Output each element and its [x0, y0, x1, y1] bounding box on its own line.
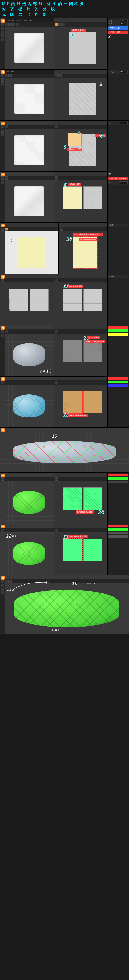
- tutorial-title: MD的只选内部线-外围的一圈不要 对 齐 板 片 的 外 线 克 隆 层 （ 外…: [0, 0, 129, 18]
- input-particle[interactable]: 20.0: [120, 71, 127, 73]
- pattern-right[interactable]: [30, 289, 49, 311]
- viewport-3d[interactable]: [5, 481, 54, 523]
- note-step13: 选择刚才做的: [88, 336, 100, 339]
- tool-l4[interactable]: [1, 38, 4, 41]
- menu-settings[interactable]: 系统: [29, 19, 32, 22]
- pillow-blue: [13, 395, 45, 418]
- tool-l2[interactable]: [1, 31, 4, 34]
- toolbar-top: [0, 329, 54, 334]
- menu-edit[interactable]: 编辑: [11, 19, 14, 22]
- viewport-2d[interactable]: 17 内部线多数后绑点对齐: [58, 532, 107, 575]
- swatch-red[interactable]: [108, 326, 128, 329]
- pattern-piece[interactable]: 10 选择-复制功能:内部加密网格化 第功能一部分缝外部: [73, 237, 97, 268]
- viewport-2d[interactable]: 11 Ctrl+R 模块变换: [58, 282, 107, 325]
- viewport-2d-light[interactable]: 9: [5, 231, 59, 274]
- menu-3d[interactable]: 3D服装: [16, 19, 21, 22]
- tool-2d-select[interactable]: [55, 23, 58, 26]
- tool-2d-rect[interactable]: [62, 23, 65, 26]
- pattern-piece[interactable]: 3: [69, 83, 96, 115]
- menu-2d[interactable]: 2D板片: [22, 19, 28, 22]
- viewport-3d[interactable]: [5, 584, 129, 634]
- pattern-grid-right[interactable]: [83, 289, 102, 311]
- pattern-left[interactable]: [10, 289, 29, 311]
- step-number-12: 12: [46, 368, 51, 374]
- pattern-dark-right[interactable]: 13 选择刚才做的 这外，尺下前加内部线: [83, 340, 102, 362]
- pattern-orange-left[interactable]: 14 内部线和外部轮廓对齐: [63, 391, 82, 413]
- pattern-piece[interactable]: 9: [17, 237, 46, 268]
- swatch-green[interactable]: [108, 329, 128, 332]
- pattern-dark-left[interactable]: [63, 340, 82, 362]
- menu-bar[interactable]: 文件 编辑 3D服装 2D板片 系统: [5, 18, 54, 22]
- tool-2d-line[interactable]: [59, 23, 62, 26]
- viewport-2d[interactable]: 功能工具体外线 1: [58, 27, 107, 69]
- swatch-yellow[interactable]: [108, 333, 128, 336]
- swatch-gray2[interactable]: [108, 535, 128, 538]
- toolbar-left: [0, 334, 5, 376]
- viewport-3d[interactable]: [5, 78, 54, 120]
- viewport-2d[interactable]: 10 选择-复制功能:内部加密网格化 第功能一部分缝外部: [63, 231, 107, 274]
- input-layer[interactable]: 0: [120, 122, 127, 124]
- tool-select[interactable]: [1, 23, 4, 26]
- swatch-green[interactable]: [108, 381, 128, 383]
- step-number-5: 5: [64, 144, 66, 150]
- menu-file[interactable]: 文件: [6, 19, 10, 22]
- step-number-11: 11: [63, 283, 69, 290]
- tool-move[interactable]: [5, 23, 8, 26]
- pattern-green-right[interactable]: [83, 539, 102, 561]
- viewport-2d[interactable]: 3: [58, 78, 107, 120]
- pattern-green-left[interactable]: 17 内部线多数后绑点对齐: [63, 539, 82, 561]
- viewport-3d[interactable]: [5, 385, 54, 427]
- viewport-3d[interactable]: 15: [0, 432, 129, 473]
- tool-l1[interactable]: [1, 27, 4, 30]
- toolbar-2d-top: [0, 278, 54, 282]
- viewport-3d[interactable]: [5, 129, 54, 171]
- viewport-2d[interactable]: [5, 282, 54, 325]
- viewport-2d[interactable]: 14 内部线和外部轮廓对齐: [58, 385, 107, 427]
- pattern-piece[interactable]: 4 ctrl+c 复制 5 复制功能对外部 6: [69, 134, 96, 166]
- note-step8: 被选其他新层: [68, 183, 81, 186]
- viewport-2d[interactable]: 13 选择刚才做的 这外，尺下前加内部线: [58, 334, 107, 376]
- app-logo: M: [1, 224, 5, 228]
- side-panel: [107, 325, 129, 376]
- input-thickness[interactable]: 2.5: [120, 181, 127, 184]
- btn-apply[interactable]: 应用: [109, 224, 114, 226]
- label-result-12: 效果: [40, 370, 45, 373]
- swatch-dark[interactable]: [108, 480, 128, 483]
- swatch-green[interactable]: [108, 477, 128, 480]
- tool-pen[interactable]: [16, 23, 19, 26]
- viewport-2d[interactable]: 板片复制做对齐轮廓 16: [58, 481, 107, 523]
- pattern-left[interactable]: 8 被选其他新层: [63, 186, 82, 208]
- swatch-red[interactable]: [108, 377, 128, 380]
- toolbar-top: [0, 477, 54, 481]
- note-step1: 功能工具体外线: [72, 29, 86, 32]
- note-step16: 板片复制做对齐轮廓: [76, 510, 94, 514]
- swatch-green[interactable]: [108, 528, 128, 531]
- toolbar-2d-top: [54, 477, 107, 481]
- swatch-gray[interactable]: [108, 532, 128, 535]
- input-height[interactable]: 280.00: [120, 22, 127, 25]
- toolbar-left: [0, 584, 5, 634]
- menu-bar[interactable]: 文件编辑: [5, 70, 54, 73]
- pillow-gray: [13, 343, 45, 366]
- pattern-green-left[interactable]: [63, 487, 82, 510]
- input-width[interactable]: 200.00: [120, 20, 127, 22]
- tool-rotate[interactable]: [8, 23, 11, 26]
- pattern-piece[interactable]: 功能工具体外线 1: [69, 32, 96, 64]
- pattern-right[interactable]: [83, 186, 102, 208]
- pattern-orange-right[interactable]: [83, 391, 102, 413]
- viewport-3d[interactable]: [5, 532, 54, 575]
- title-line-3: 克 隆 层 （ 外 部 ）: [2, 12, 127, 17]
- pattern-grid-left[interactable]: 11 Ctrl+R 模块变换: [63, 289, 82, 311]
- swatch-red[interactable]: [108, 525, 128, 527]
- pattern-green-right[interactable]: 板片复制做对齐轮廓 16: [83, 487, 102, 510]
- viewport-2d[interactable]: 4 ctrl+c 复制 5 复制功能对外部 6: [58, 129, 107, 171]
- panel-section: 应用: [108, 224, 128, 227]
- tool-scale[interactable]: [12, 23, 15, 26]
- viewport-3d[interactable]: [5, 180, 54, 223]
- swatch-red[interactable]: [108, 474, 128, 476]
- viewport-2d[interactable]: 8 被选其他新层: [58, 180, 107, 223]
- tool-l3[interactable]: [1, 34, 4, 37]
- swatch-blue[interactable]: [108, 384, 128, 387]
- toolbar-top: [0, 380, 54, 385]
- toolbar-top: [0, 73, 54, 78]
